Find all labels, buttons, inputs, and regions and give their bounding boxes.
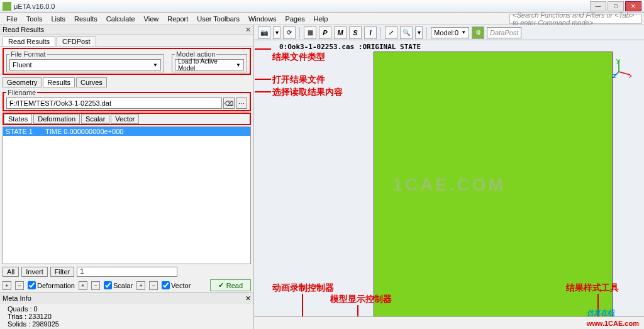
menu-pages[interactable]: Pages bbox=[282, 14, 309, 24]
m-icon[interactable]: M bbox=[334, 26, 347, 39]
subtab-deformation[interactable]: Deformation bbox=[33, 114, 80, 124]
subtab-vector[interactable]: Vector bbox=[111, 114, 139, 124]
watermark: 1CAE.COM bbox=[392, 175, 506, 195]
filter-input[interactable]: 1 bbox=[77, 267, 177, 277]
menu-view[interactable]: View bbox=[140, 14, 163, 24]
tab-cfdpost[interactable]: CFDPost bbox=[57, 36, 96, 46]
meta-info-body: Quads : 0 Trias : 233120 Solids : 298902… bbox=[0, 304, 253, 329]
zoom-icon[interactable]: 🔍 bbox=[400, 26, 413, 39]
file-format-legend: File Format bbox=[9, 50, 47, 58]
filter-button[interactable]: Filter bbox=[50, 267, 74, 277]
read-results-panel: Read Results ✕ Read Results CFDPost File… bbox=[0, 25, 254, 329]
invert-button[interactable]: Invert bbox=[21, 267, 48, 277]
states-list[interactable]: STATE 1 TIME 0.000000000e+000 bbox=[3, 126, 251, 264]
panel-title: Read Results bbox=[3, 26, 44, 34]
scalar-checkbox[interactable]: Scalar bbox=[104, 281, 133, 289]
annotation: 打开结果文件 bbox=[272, 74, 325, 86]
collapse-button[interactable]: − bbox=[91, 281, 100, 290]
clear-file-button[interactable]: ⌫ bbox=[223, 98, 235, 109]
model-action-combo[interactable]: Load to Active Model ▼ bbox=[175, 59, 244, 70]
annotation: 模型显示控制器 bbox=[330, 294, 392, 305]
chevron-down-icon: ▼ bbox=[153, 62, 158, 68]
subtab-states[interactable]: States bbox=[4, 114, 32, 124]
viewport-toolbar: 📷 ▾ ⟳ ▦ P M S I ⤢ 🔍 ▾ Model:0▼ ⚙ DataPos… bbox=[254, 25, 644, 40]
filename-legend: Filename bbox=[6, 89, 37, 96]
close-button[interactable]: ✕ bbox=[625, 1, 641, 11]
expand-button[interactable]: + bbox=[136, 281, 145, 290]
expand-button[interactable]: + bbox=[79, 281, 87, 290]
datapost-combo[interactable]: DataPost bbox=[487, 27, 521, 38]
i-icon[interactable]: I bbox=[364, 26, 377, 39]
svg-text:z: z bbox=[613, 72, 616, 78]
model-settings-icon[interactable]: ⚙ bbox=[472, 26, 484, 39]
app-icon bbox=[3, 2, 11, 11]
file-format-combo[interactable]: Fluent ▼ bbox=[9, 59, 161, 70]
annotation: 动画录制控制器 bbox=[272, 282, 334, 294]
expand-button[interactable]: + bbox=[3, 281, 11, 290]
vector-checkbox[interactable]: Vector bbox=[162, 281, 191, 289]
chevron-down-icon: ▼ bbox=[236, 62, 241, 68]
subtab-scalar[interactable]: Scalar bbox=[81, 114, 109, 124]
tab-geometry[interactable]: Geometry bbox=[3, 77, 42, 87]
meta-close-icon[interactable]: ✕ bbox=[245, 294, 251, 303]
chevron-down-icon[interactable]: ▾ bbox=[415, 26, 423, 39]
menu-results[interactable]: Results bbox=[70, 14, 101, 24]
read-button[interactable]: ✔ Read bbox=[210, 279, 251, 291]
annotation: 选择读取结果内容 bbox=[272, 87, 343, 98]
menu-lists[interactable]: Lists bbox=[47, 14, 69, 24]
p-icon[interactable]: P bbox=[319, 26, 331, 39]
menu-calculate[interactable]: Calculate bbox=[103, 14, 139, 24]
filename-input[interactable]: F:/ITEM/TEST/Ook3-1-02253.dat bbox=[6, 98, 222, 109]
window-title: μETA v16.0.0 bbox=[14, 3, 589, 10]
command-search[interactable]: <Search Functions and Filters or <Tab> t… bbox=[509, 14, 641, 24]
bottom-toolbar[interactable] bbox=[254, 316, 644, 329]
axes-gizmo: x y z bbox=[613, 59, 631, 78]
s-icon[interactable]: S bbox=[349, 26, 362, 39]
minimize-button[interactable]: — bbox=[590, 1, 606, 11]
browse-button[interactable]: ⋯ bbox=[236, 98, 247, 109]
menu-windows[interactable]: Windows bbox=[245, 14, 280, 24]
sync-icon[interactable]: ⟳ bbox=[283, 26, 296, 39]
model-action-value: Load to Active Model bbox=[178, 58, 236, 72]
menu-file[interactable]: File bbox=[3, 14, 21, 24]
model-action-legend: Model action bbox=[175, 50, 216, 58]
footer-link: 仿真在线 www.1CAE.com bbox=[587, 307, 639, 328]
collapse-button[interactable]: − bbox=[15, 281, 24, 290]
maximize-button[interactable]: □ bbox=[608, 1, 624, 11]
panel-close-icon[interactable]: ✕ bbox=[245, 26, 251, 34]
model-selector[interactable]: Model:0▼ bbox=[431, 27, 469, 38]
svg-text:x: x bbox=[629, 72, 631, 78]
camera-icon[interactable]: 📷 bbox=[258, 26, 270, 39]
grid-icon[interactable]: ▦ bbox=[304, 26, 316, 39]
deformation-checkbox[interactable]: Deformation bbox=[28, 281, 75, 289]
tab-read-results[interactable]: Read Results bbox=[3, 36, 55, 46]
chevron-down-icon[interactable]: ▾ bbox=[273, 26, 280, 39]
menu-report[interactable]: Report bbox=[164, 14, 192, 24]
zoom-fit-icon[interactable]: ⤢ bbox=[385, 26, 397, 39]
list-item[interactable]: STATE 1 TIME 0.000000000e+000 bbox=[3, 127, 250, 136]
annotation: 结果样式工具 bbox=[566, 282, 619, 294]
menu-user-toolbars[interactable]: User Toolbars bbox=[193, 14, 243, 24]
viewport-title: 0:Ook3-1-02253.cas :ORIGINAL STATE bbox=[279, 43, 421, 51]
menu-bar: File Tools Lists Results Calculate View … bbox=[0, 13, 644, 25]
meta-info-header: Meta Info ✕ bbox=[0, 293, 253, 304]
state-label: STATE 1 bbox=[6, 128, 33, 135]
menu-help[interactable]: Help bbox=[310, 14, 332, 24]
collapse-button[interactable]: − bbox=[149, 281, 158, 290]
menu-tools[interactable]: Tools bbox=[23, 14, 47, 24]
svg-text:y: y bbox=[616, 59, 620, 64]
annotation: 结果文件类型 bbox=[272, 52, 325, 63]
tab-results[interactable]: Results bbox=[43, 77, 75, 87]
file-format-value: Fluent bbox=[13, 61, 32, 69]
all-button[interactable]: All bbox=[3, 267, 19, 277]
check-icon: ✔ bbox=[218, 281, 224, 289]
panel-header: Read Results ✕ bbox=[0, 25, 253, 35]
state-time: TIME 0.000000000e+000 bbox=[45, 128, 123, 135]
tab-curves[interactable]: Curves bbox=[76, 77, 107, 87]
